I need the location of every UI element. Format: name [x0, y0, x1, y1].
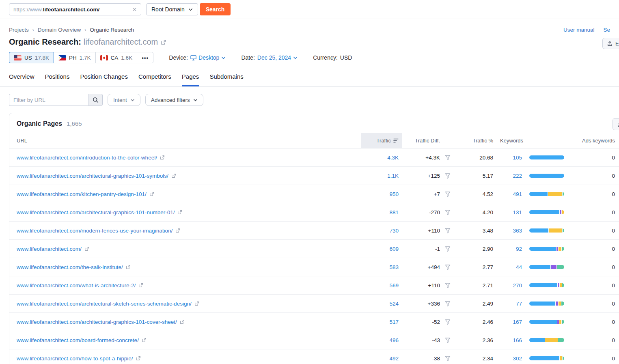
keywords-count-link[interactable]: 166 [513, 337, 522, 343]
page-url-link[interactable]: www.lifeofanarchitect.com/architectural-… [17, 209, 175, 215]
keywords-count-link[interactable]: 302 [513, 355, 522, 362]
url-filter-search-button[interactable] [88, 94, 103, 106]
page-url-link[interactable]: www.lifeofanarchitect.com/the-salk-insti… [17, 264, 123, 270]
keywords-count-link[interactable]: 222 [513, 173, 522, 179]
date-dropdown[interactable]: Dec 25, 2024 [257, 54, 298, 61]
filter-funnel-icon[interactable] [440, 228, 455, 233]
traffic-pct-value: 2.36 [455, 337, 496, 343]
ads-keywords-value: 0 [572, 191, 619, 197]
column-header-traffic-diff[interactable]: Traffic Diff. [402, 133, 440, 148]
keywords-count-link[interactable]: 270 [513, 282, 522, 289]
column-header-traffic[interactable]: Traffic [361, 133, 402, 148]
filter-funnel-icon[interactable] [440, 192, 455, 197]
keywords-count-link[interactable]: 77 [516, 301, 522, 307]
traffic-value-link[interactable]: 881 [389, 209, 399, 215]
external-link-icon[interactable] [126, 265, 131, 269]
page-url-link[interactable]: www.lifeofanarchitect.com/introduction-t… [17, 155, 157, 161]
user-manual-link[interactable]: User manual [563, 27, 595, 33]
keywords-count-link[interactable]: 363 [513, 228, 522, 234]
page-url-link[interactable]: www.lifeofanarchitect.com/architectural-… [17, 319, 177, 325]
traffic-value-link[interactable]: 583 [389, 264, 399, 270]
traffic-value-link[interactable]: 569 [389, 282, 399, 289]
page-url-link[interactable]: www.lifeofanarchitect.com/what-is-archit… [17, 282, 136, 289]
traffic-value-link[interactable]: 1.1K [387, 173, 399, 179]
tab-positions[interactable]: Positions [45, 73, 70, 86]
filter-funnel-icon[interactable] [440, 246, 455, 252]
keywords-count-link[interactable]: 167 [513, 319, 522, 325]
tab-subdomains[interactable]: Subdomains [209, 73, 243, 86]
domain-search-input[interactable]: https://www.lifeofanarchitect.com/ ✕ [9, 3, 141, 15]
filter-funnel-icon[interactable] [440, 301, 455, 306]
external-link-icon[interactable] [84, 246, 89, 251]
country-tab-us[interactable]: US 17.8K [9, 52, 54, 63]
intent-filter-dropdown[interactable]: Intent [108, 94, 140, 106]
keywords-count-link[interactable]: 131 [513, 209, 522, 215]
filter-funnel-icon[interactable] [440, 283, 455, 288]
traffic-value-link[interactable]: 609 [389, 246, 399, 252]
page-url-link[interactable]: www.lifeofanarchitect.com/how-to-spot-a-… [17, 355, 133, 362]
page-url-link[interactable]: www.lifeofanarchitect.com/ [17, 246, 82, 252]
traffic-value-link[interactable]: 730 [389, 228, 399, 234]
traffic-value-link[interactable]: 492 [389, 355, 399, 362]
keywords-count-link[interactable]: 105 [513, 155, 522, 161]
external-link-icon[interactable] [171, 173, 176, 178]
page-url-link[interactable]: www.lifeofanarchitect.com/architectural-… [17, 301, 192, 307]
external-link-icon[interactable] [142, 338, 147, 342]
ads-keywords-value: 0 [572, 209, 619, 215]
tab-pages[interactable]: Pages [182, 73, 199, 86]
search-button[interactable]: Search [200, 3, 231, 15]
external-link-icon[interactable] [160, 155, 165, 160]
filter-funnel-icon[interactable] [440, 173, 455, 179]
keywords-count-link[interactable]: 491 [513, 191, 522, 197]
external-link-icon[interactable] [175, 228, 180, 233]
external-link-icon[interactable] [136, 356, 141, 361]
device-dropdown[interactable]: Desktop [190, 54, 226, 61]
clear-search-icon[interactable]: ✕ [132, 6, 137, 13]
external-link-icon[interactable] [149, 192, 154, 196]
filter-funnel-icon[interactable] [440, 319, 455, 325]
export-table-button[interactable] [613, 118, 619, 130]
external-link-icon[interactable] [177, 210, 182, 215]
ads-keywords-value: 0 [572, 301, 619, 307]
traffic-value-link[interactable]: 950 [389, 191, 399, 197]
scope-dropdown[interactable]: Root Domain [146, 3, 198, 15]
filter-funnel-icon[interactable] [440, 265, 455, 270]
page-url-link[interactable]: www.lifeofanarchitect.com/architectural-… [17, 173, 168, 179]
external-link-icon[interactable] [194, 301, 199, 306]
traffic-pct-value: 2.71 [455, 282, 496, 289]
external-link-icon[interactable] [161, 39, 166, 45]
filter-funnel-icon[interactable] [440, 338, 455, 343]
country-tab-ca[interactable]: CA 1.6K [95, 52, 138, 63]
advanced-filters-dropdown[interactable]: Advanced filters [145, 94, 203, 106]
feedback-link-truncated[interactable]: Se [603, 27, 610, 33]
country-code: CA [111, 55, 119, 61]
external-link-icon[interactable] [138, 283, 143, 288]
traffic-value-link[interactable]: 524 [389, 301, 399, 307]
external-link-icon[interactable] [180, 319, 185, 324]
page-url-link[interactable]: www.lifeofanarchitect.com/modern-fences-… [17, 228, 173, 234]
tab-overview[interactable]: Overview [9, 73, 35, 86]
keywords-intent-bar [529, 356, 564, 360]
filter-funnel-icon[interactable] [440, 155, 455, 160]
breadcrumb-projects[interactable]: Projects [9, 27, 29, 33]
traffic-value-link[interactable]: 4.3K [387, 155, 399, 161]
traffic-value-link[interactable]: 517 [389, 319, 399, 325]
keywords-count-link[interactable]: 92 [516, 246, 522, 252]
country-tab-ph[interactable]: PH 1.7K [54, 52, 96, 63]
export-button[interactable]: Ex [602, 38, 619, 49]
tab-position-changes[interactable]: Position Changes [80, 73, 128, 86]
more-countries-button[interactable]: ••• [137, 52, 153, 63]
page-url-link[interactable]: www.lifeofanarchitect.com/board-formed-c… [17, 337, 139, 343]
traffic-diff-value: +4.3K [402, 155, 440, 161]
breadcrumb-domain-overview[interactable]: Domain Overview [38, 27, 81, 33]
url-filter-input[interactable] [9, 94, 88, 106]
filter-funnel-icon[interactable] [440, 210, 455, 215]
column-header-ads-keywords[interactable]: Ads keywords [572, 133, 619, 148]
keywords-count-link[interactable]: 44 [516, 264, 522, 270]
tab-competitors[interactable]: Competitors [138, 73, 171, 86]
column-header-keywords[interactable]: Keywords [496, 133, 572, 148]
traffic-value-link[interactable]: 496 [389, 337, 399, 343]
page-url-link[interactable]: www.lifeofanarchitect.com/kitchen-pantry… [17, 191, 147, 197]
column-header-traffic-pct[interactable]: Traffic % [455, 133, 496, 148]
filter-funnel-icon[interactable] [440, 356, 455, 361]
